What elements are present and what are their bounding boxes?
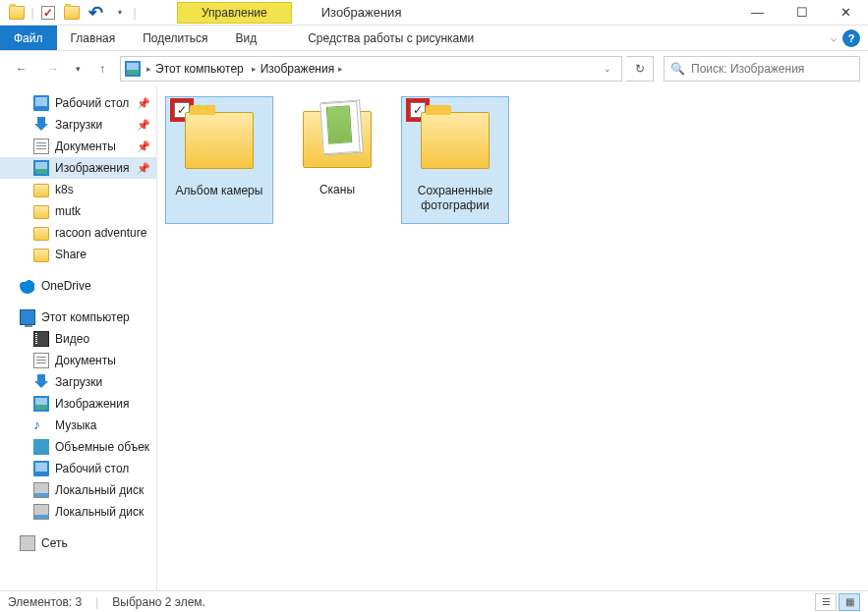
sidebar-item-загрузки[interactable]: Загрузки📌 <box>0 114 156 136</box>
sidebar-item-label: Рабочий стол <box>55 96 129 110</box>
pin-icon: 📌 <box>137 140 150 153</box>
disk-icon <box>33 482 49 498</box>
main-area: Рабочий стол📌Загрузки📌Документы📌Изображе… <box>0 86 868 590</box>
search-input[interactable] <box>691 62 853 76</box>
sidebar-item-label: Изображения <box>55 161 129 175</box>
sidebar-item-label: racoon adventure <box>55 226 146 240</box>
pin-icon: 📌 <box>137 119 150 132</box>
tab-picture-tools[interactable]: Средства работы с рисунками <box>288 26 493 50</box>
sidebar-item-label: Загрузки <box>55 375 102 389</box>
ribbon-expand-icon[interactable]: ⌵ <box>831 32 837 43</box>
pic-icon <box>33 396 49 412</box>
nav-this-pc[interactable]: Этот компьютер <box>0 306 156 328</box>
sidebar-item-музыка[interactable]: ♪Музыка <box>0 415 156 436</box>
qat-folder-icon[interactable] <box>6 2 28 24</box>
minimize-button[interactable]: — <box>735 0 780 26</box>
maximize-button[interactable]: ☐ <box>780 0 824 26</box>
desktop-icon <box>33 461 49 476</box>
status-item-count: Элементов: 3 <box>8 595 82 609</box>
chevron-right-icon: ▸ <box>146 64 151 74</box>
pin-icon: 📌 <box>137 97 150 110</box>
3d-icon <box>33 439 49 455</box>
item-label: Сканы <box>319 183 355 197</box>
network-icon <box>20 535 35 551</box>
quick-access-toolbar: | ✓ ↶ ▾ | <box>0 2 138 24</box>
help-icon[interactable]: ? <box>842 29 860 47</box>
nav-onedrive-label: OneDrive <box>41 279 91 293</box>
sidebar-item-label: Локальный диск <box>55 505 144 519</box>
disk-icon <box>33 504 49 520</box>
sidebar-item-label: Локальный диск <box>55 483 144 497</box>
sidebar-item-k8s[interactable]: k8s <box>0 179 156 200</box>
qat-customize-dropdown[interactable]: ▾ <box>108 2 130 24</box>
qat-properties-checkbox[interactable]: ✓ <box>37 2 59 24</box>
folder-item[interactable]: ✓Альбом камеры <box>165 96 273 224</box>
up-button[interactable]: ↑ <box>88 55 116 83</box>
sidebar-item-racoon-adventure[interactable]: racoon adventure <box>0 222 156 244</box>
download-icon <box>33 374 49 390</box>
sidebar-item-загрузки[interactable]: Загрузки <box>0 371 156 393</box>
search-icon: 🔍 <box>670 62 685 76</box>
sidebar-item-изображения[interactable]: Изображения <box>0 393 156 415</box>
sidebar-item-mutk[interactable]: mutk <box>0 200 156 222</box>
folder-icon <box>33 249 49 262</box>
location-icon <box>125 61 141 77</box>
nav-group-quick: Рабочий стол📌Загрузки📌Документы📌Изображе… <box>0 92 156 265</box>
breadcrumb-root[interactable]: ▸ Этот компьютер <box>145 62 246 76</box>
recent-locations-dropdown[interactable]: ▾ <box>71 55 85 83</box>
view-large-icons-button[interactable]: ▦ <box>839 593 860 611</box>
sidebar-item-объемные-объек[interactable]: Объемные объек <box>0 436 156 458</box>
tab-home[interactable]: Главная <box>57 26 130 50</box>
close-button[interactable]: ✕ <box>824 0 868 26</box>
breadcrumb-current[interactable]: ▸ Изображения ▸ <box>250 62 345 76</box>
sidebar-item-локальный-диск[interactable]: Локальный диск <box>0 501 156 523</box>
address-dropdown-icon[interactable]: ⌄ <box>598 64 617 74</box>
qat-folder-icon-2[interactable] <box>61 2 83 24</box>
sidebar-item-label: Документы <box>55 354 116 367</box>
sidebar-item-изображения[interactable]: Изображения📌 <box>0 157 156 179</box>
back-button[interactable]: ← <box>8 55 35 83</box>
folder-icon <box>33 227 49 241</box>
navigation-pane[interactable]: Рабочий стол📌Загрузки📌Документы📌Изображе… <box>0 86 157 590</box>
status-selected-count: Выбрано 2 элем. <box>112 595 205 609</box>
download-icon <box>33 117 49 133</box>
status-bar: Элементов: 3 | Выбрано 2 элем. ☰ ▦ <box>0 590 868 612</box>
folder-icon <box>180 101 259 180</box>
nav-network[interactable]: Сеть <box>0 532 156 554</box>
sidebar-item-label: mutk <box>55 204 81 218</box>
breadcrumb-root-label: Этот компьютер <box>155 62 244 76</box>
sidebar-item-локальный-диск[interactable]: Локальный диск <box>0 479 156 501</box>
desktop-icon <box>33 95 49 111</box>
ribbon-context-label[interactable]: Управление <box>177 2 292 24</box>
sidebar-item-share[interactable]: Share <box>0 244 156 265</box>
sidebar-item-документы[interactable]: Документы📌 <box>0 136 156 157</box>
nav-this-pc-label: Этот компьютер <box>41 310 130 324</box>
refresh-button[interactable]: ↻ <box>626 56 654 82</box>
music-icon: ♪ <box>33 417 49 433</box>
sidebar-item-label: k8s <box>55 183 74 196</box>
forward-button[interactable]: → <box>39 55 67 83</box>
sidebar-item-label: Загрузки <box>55 118 102 132</box>
pc-icon <box>20 309 35 325</box>
folder-icon <box>298 100 376 179</box>
tab-share[interactable]: Поделиться <box>129 26 221 50</box>
qat-divider: | <box>29 2 35 24</box>
qat-undo-button[interactable]: ↶ <box>85 2 106 24</box>
tab-view[interactable]: Вид <box>221 26 270 50</box>
folder-item[interactable]: ✓Сохраненные фотографии <box>401 96 509 224</box>
sidebar-item-label: Изображения <box>55 397 129 411</box>
sidebar-item-label: Share <box>55 248 87 261</box>
nav-onedrive[interactable]: OneDrive <box>0 275 156 297</box>
folder-item[interactable]: Сканы <box>283 96 391 224</box>
sidebar-item-видео[interactable]: Видео <box>0 328 156 350</box>
tab-file[interactable]: Файл <box>0 26 57 50</box>
sidebar-item-рабочий-стол[interactable]: Рабочий стол📌 <box>0 92 156 114</box>
content-pane[interactable]: ✓Альбом камерыСканы✓Сохраненные фотограф… <box>157 86 868 590</box>
pic-icon <box>33 160 49 176</box>
sidebar-item-документы[interactable]: Документы <box>0 350 156 371</box>
folder-icon <box>33 184 49 197</box>
sidebar-item-рабочий-стол[interactable]: Рабочий стол <box>0 458 156 479</box>
view-details-button[interactable]: ☰ <box>815 593 837 611</box>
search-box[interactable]: 🔍 <box>664 56 860 82</box>
address-bar[interactable]: ▸ Этот компьютер ▸ Изображения ▸ ⌄ <box>120 56 622 82</box>
